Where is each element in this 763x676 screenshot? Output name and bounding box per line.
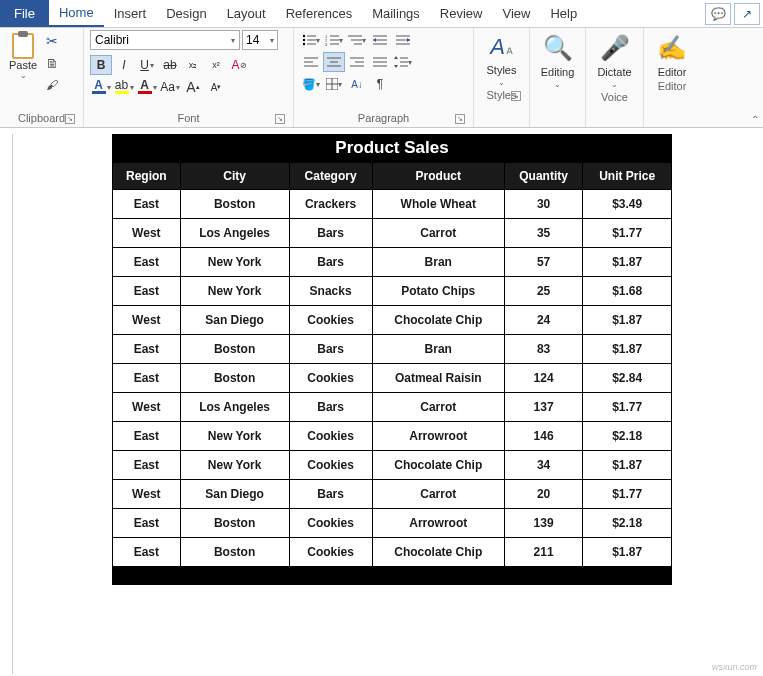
tab-view[interactable]: View: [492, 0, 540, 27]
table-row: WestLos AngelesBarsCarrot35$1.77: [113, 219, 672, 248]
table-row: WestLos AngelesBarsCarrot137$1.77: [113, 393, 672, 422]
change-case-button[interactable]: Aa▾: [159, 77, 181, 97]
column-header: Quantity: [504, 163, 583, 190]
decrease-indent-button[interactable]: [369, 30, 391, 50]
editor-button[interactable]: ✍ Editor: [650, 30, 694, 78]
chevron-down-icon: ⌄: [611, 80, 618, 89]
clipboard-launcher[interactable]: ↘: [65, 114, 75, 124]
group-editor: ✍ Editor Editor: [644, 28, 700, 127]
table-cell: Boston: [180, 190, 289, 219]
tab-review[interactable]: Review: [430, 0, 493, 27]
grow-font-button[interactable]: A▴: [182, 77, 204, 97]
align-right-button[interactable]: [346, 52, 368, 72]
copy-button[interactable]: [42, 54, 62, 72]
group-label-paragraph: Paragraph: [358, 112, 409, 124]
share-button[interactable]: ↗: [734, 3, 760, 25]
bullets-button[interactable]: ▾: [300, 30, 322, 50]
table-cell: $2.84: [583, 364, 672, 393]
group-font: Calibri▾ 14▾ B I U▾ ab x₂ x² A⊘ A▾ ab▾ A…: [84, 28, 294, 127]
editing-button[interactable]: 🔍 Editing ⌄: [536, 30, 579, 89]
comments-button[interactable]: 💬: [705, 3, 731, 25]
document-surface[interactable]: Product Sales RegionCityCategoryProductQ…: [0, 128, 763, 674]
paragraph-launcher[interactable]: ↘: [455, 114, 465, 124]
sort-button[interactable]: A↓: [346, 74, 368, 94]
table-cell: $2.18: [583, 422, 672, 451]
table-cell: 25: [504, 277, 583, 306]
tab-layout[interactable]: Layout: [217, 0, 276, 27]
editor-icon: ✍: [657, 34, 687, 62]
font-size-select[interactable]: 14▾: [242, 30, 278, 50]
font-name-select[interactable]: Calibri▾: [90, 30, 240, 50]
tab-file[interactable]: File: [0, 0, 49, 27]
table-cell: $3.49: [583, 190, 672, 219]
shrink-font-button[interactable]: A▾: [205, 77, 227, 97]
table-cell: 211: [504, 538, 583, 567]
borders-button[interactable]: ▾: [323, 74, 345, 94]
find-icon: 🔍: [543, 34, 573, 62]
table-title: Product Sales: [112, 134, 672, 162]
table-cell: Los Angeles: [180, 393, 289, 422]
table-cell: Arrowroot: [372, 422, 504, 451]
highlight-button[interactable]: ab▾: [113, 77, 135, 97]
table-cell: 83: [504, 335, 583, 364]
clear-format-button[interactable]: A⊘: [228, 55, 250, 75]
table-cell: East: [113, 335, 181, 364]
table-cell: 24: [504, 306, 583, 335]
strike-button[interactable]: ab: [159, 55, 181, 75]
table-cell: Cookies: [289, 422, 372, 451]
line-spacing-button[interactable]: ▾: [392, 52, 414, 72]
table-cell: $1.87: [583, 306, 672, 335]
tab-help[interactable]: Help: [540, 0, 587, 27]
superscript-button[interactable]: x²: [205, 55, 227, 75]
text-effects-button[interactable]: A▾: [90, 77, 112, 97]
table-cell: Crackers: [289, 190, 372, 219]
paste-icon: [12, 33, 34, 59]
align-left-button[interactable]: [300, 52, 322, 72]
table-cell: Bars: [289, 248, 372, 277]
tab-insert[interactable]: Insert: [104, 0, 157, 27]
table-cell: West: [113, 219, 181, 248]
align-center-button[interactable]: [323, 52, 345, 72]
show-marks-button[interactable]: ¶: [369, 74, 391, 94]
svg-point-0: [303, 35, 305, 37]
table-cell: Chocolate Chip: [372, 306, 504, 335]
group-paragraph: ▾ 123▾ ▾ ▾ 🪣▾ ▾ A↓ ¶: [294, 28, 474, 127]
cut-button[interactable]: [42, 32, 62, 50]
styles-button[interactable]: Aᴀ Styles ⌄: [480, 30, 523, 87]
column-header: Category: [289, 163, 372, 190]
tab-mailings[interactable]: Mailings: [362, 0, 430, 27]
tab-references[interactable]: References: [276, 0, 362, 27]
table-cell: Cookies: [289, 364, 372, 393]
table-cell: Carrot: [372, 219, 504, 248]
sales-table: RegionCityCategoryProductQuantityUnit Pr…: [112, 162, 672, 567]
table-cell: $1.77: [583, 219, 672, 248]
justify-button[interactable]: [369, 52, 391, 72]
subscript-button[interactable]: x₂: [182, 55, 204, 75]
shading-button[interactable]: 🪣▾: [300, 74, 322, 94]
watermark: wsxun.com: [712, 662, 757, 672]
table-cell: East: [113, 190, 181, 219]
tab-bar: File Home Insert Design Layout Reference…: [0, 0, 763, 28]
table-cell: West: [113, 393, 181, 422]
group-label-clipboard: Clipboard: [18, 112, 65, 124]
italic-button[interactable]: I: [113, 55, 135, 75]
table-cell: Carrot: [372, 393, 504, 422]
numbering-button[interactable]: 123▾: [323, 30, 345, 50]
tab-design[interactable]: Design: [156, 0, 216, 27]
font-color-button[interactable]: A▾: [136, 77, 158, 97]
format-painter-button[interactable]: [42, 76, 62, 94]
underline-button[interactable]: U▾: [136, 55, 158, 75]
multilevel-button[interactable]: ▾: [346, 30, 368, 50]
font-launcher[interactable]: ↘: [275, 114, 285, 124]
bold-button[interactable]: B: [90, 55, 112, 75]
table-row: WestSan DiegoCookiesChocolate Chip24$1.8…: [113, 306, 672, 335]
tab-home[interactable]: Home: [49, 0, 104, 27]
collapse-ribbon-button[interactable]: ⌃: [751, 114, 759, 125]
table-cell: New York: [180, 422, 289, 451]
increase-indent-button[interactable]: [392, 30, 414, 50]
styles-launcher[interactable]: ↘: [511, 91, 521, 101]
table-cell: Bran: [372, 248, 504, 277]
dictate-button[interactable]: 🎤 Dictate ⌄: [592, 30, 637, 89]
paste-button[interactable]: Paste ⌄: [6, 30, 40, 82]
page-gutter: [12, 134, 22, 674]
